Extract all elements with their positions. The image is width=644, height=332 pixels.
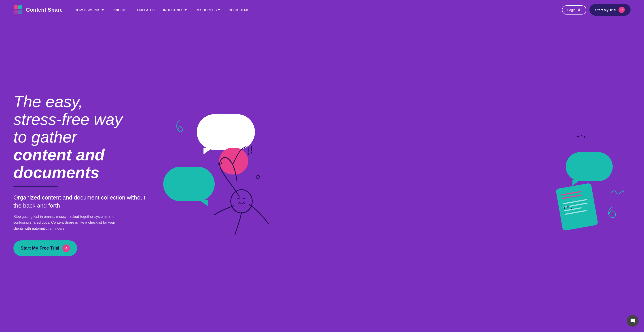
navbar: Content Snare HOW IT WORKS PRICING TEMPL… [0, 0, 644, 20]
logo-icon [14, 5, 23, 15]
squiggle-bottom-right [610, 188, 624, 197]
svg-point-4 [231, 190, 252, 213]
speech-bubble-teal-large [163, 167, 215, 201]
svg-point-10 [581, 135, 582, 136]
doc-shape [556, 183, 598, 231]
svg-point-9 [577, 136, 579, 137]
trial-arrow-nav [618, 7, 625, 13]
hero-illustration [152, 107, 630, 242]
hero-title: The easy, stress-free way to gather cont… [14, 93, 152, 181]
nav-links: HOW IT WORKS PRICING TEMPLATES INDUSTRIE… [72, 6, 562, 14]
nav-actions: Login Start My Trial [562, 4, 630, 16]
hero-content: The easy, stress-free way to gather cont… [14, 93, 152, 256]
cta-button[interactable]: Start My Free Trial [14, 240, 77, 256]
logo-link[interactable]: Content Snare [14, 5, 62, 15]
trial-button-nav[interactable]: Start My Trial [590, 4, 630, 16]
nav-resources[interactable]: RESOURCES [192, 6, 224, 14]
nav-how-it-works[interactable]: HOW IT WORKS [72, 6, 107, 14]
svg-point-8 [251, 152, 252, 153]
nav-industries[interactable]: INDUSTRIES [160, 6, 190, 14]
svg-rect-0 [14, 5, 18, 9]
svg-point-7 [248, 153, 249, 155]
hero-section: The easy, stress-free way to gather cont… [0, 20, 644, 332]
cta-arrow [62, 244, 70, 252]
nav-templates[interactable]: TEMPLATES [132, 6, 158, 14]
hero-subtitle: Organized content and document collectio… [14, 194, 152, 210]
lock-icon [577, 8, 581, 12]
chat-icon-button[interactable] [627, 315, 639, 327]
chat-icon [630, 318, 636, 324]
swirl-right [606, 206, 620, 219]
speech-bubble-white [197, 114, 255, 150]
speech-bubble-teal-right [566, 152, 613, 181]
nav-book-demo[interactable]: BOOK DEMO [226, 6, 253, 14]
dots-decoration [577, 134, 586, 139]
svg-rect-3 [18, 10, 22, 14]
speech-bubble-pink [219, 148, 248, 174]
hero-description: Stop getting lost in emails, messy hacke… [14, 214, 125, 232]
svg-rect-2 [18, 5, 22, 9]
brand-name: Content Snare [26, 7, 62, 13]
svg-rect-1 [14, 10, 18, 14]
nav-pricing[interactable]: PRICING [109, 6, 130, 14]
swirl-left [174, 119, 186, 136]
login-button[interactable]: Login [562, 5, 586, 14]
hero-divider [14, 186, 58, 187]
svg-point-11 [584, 136, 586, 138]
